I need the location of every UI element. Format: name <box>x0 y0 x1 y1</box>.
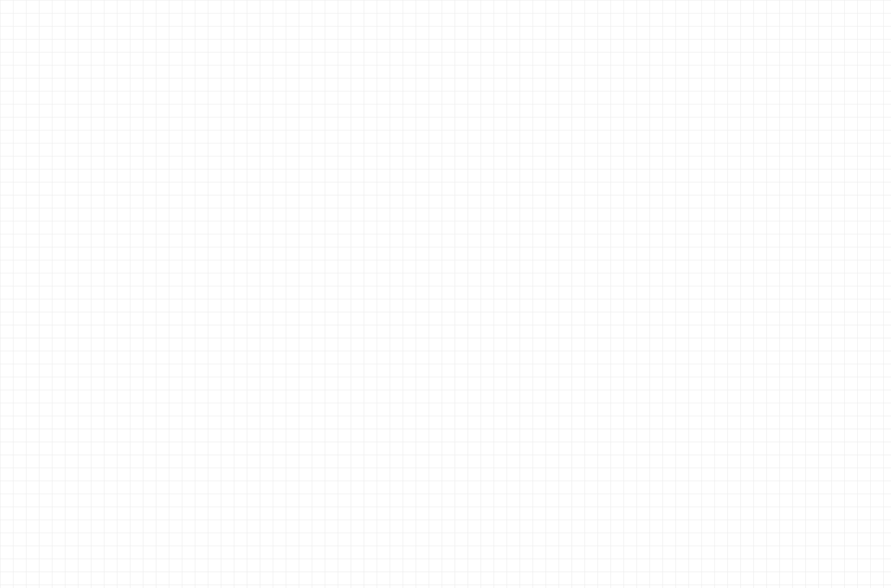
node-selenium-1 <box>443 26 529 113</box>
node-jitsi-meet <box>717 229 803 315</box>
ec2-icon <box>443 464 529 549</box>
diagram-canvas <box>0 0 891 588</box>
ec2-icon <box>717 229 803 313</box>
node-selenium-hub <box>250 229 337 315</box>
node-torture <box>19 229 106 315</box>
ec2-icon <box>19 229 106 313</box>
ec2-icon <box>443 26 529 111</box>
node-selenium-n <box>443 464 529 550</box>
ec2-icon <box>443 229 529 313</box>
node-selenium-2 <box>443 229 529 315</box>
ec2-icon <box>250 229 337 313</box>
